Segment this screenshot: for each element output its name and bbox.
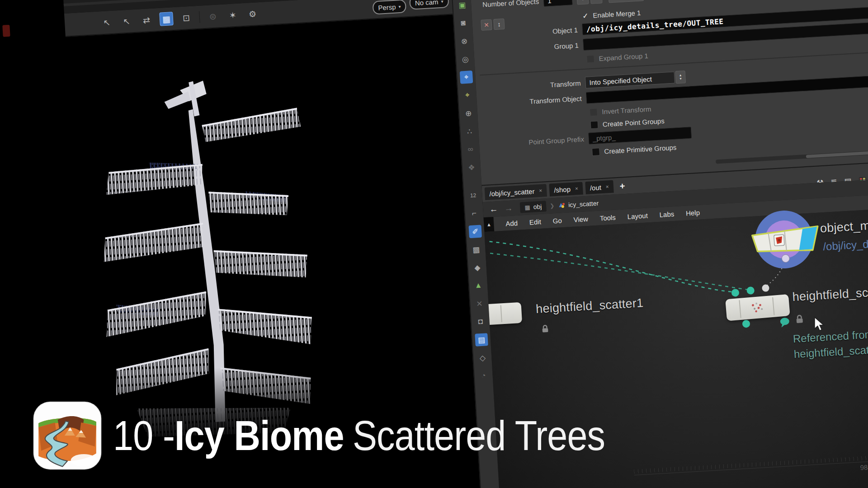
orbit-pin-icon[interactable]: ⊕ — [462, 107, 475, 120]
tab-out[interactable]: /out × — [585, 180, 614, 195]
menu-help[interactable]: Help — [686, 208, 700, 217]
breadcrumb-obj[interactable]: ▦ obj — [520, 201, 547, 213]
breadcrumb-separator: ❯ — [550, 202, 555, 209]
tab-obj-icy-scatter[interactable]: /obj/icy_scatter × — [485, 184, 547, 200]
ruler-icon[interactable]: ⌐ — [467, 207, 481, 221]
nav-back-icon[interactable]: ← — [489, 204, 498, 214]
tab-label: /shop — [554, 185, 571, 194]
clear-button[interactable]: Clear — [608, 0, 644, 3]
scroll-up-icon: ▲ — [486, 221, 492, 227]
invert-transform-checkbox[interactable] — [590, 108, 598, 116]
title-bold: Icy Biome — [175, 412, 344, 460]
brush-icon[interactable]: ✐ — [468, 225, 482, 239]
title-banner: 10 - Icy Biome Scattered Trees — [0, 389, 868, 488]
horizontal-scrollbar[interactable] — [716, 145, 868, 164]
alarm-icon[interactable]: ✶ — [226, 8, 240, 23]
view-pin-icon[interactable]: ⌖ — [460, 70, 473, 84]
menu-layout[interactable]: Layout — [627, 211, 648, 221]
lock-icon[interactable]: ◙ — [457, 16, 470, 30]
number-of-objects-label: Number of Objects — [471, 0, 544, 9]
mouse-cursor — [814, 316, 827, 332]
pin-outline-icon[interactable]: ◇ — [476, 351, 490, 365]
snap-disable-icon[interactable]: ⊗ — [458, 34, 471, 48]
persp-label: Persp — [378, 3, 396, 11]
transform-spinner[interactable]: ▴ ▾ — [675, 70, 686, 84]
enable-merge-label: Enable Merge 1 — [593, 9, 641, 19]
image-icon[interactable]: ▤ — [475, 333, 488, 347]
close-icon[interactable]: × — [575, 185, 579, 192]
tree-render — [90, 51, 319, 446]
overlay-disabled-icon[interactable]: ⊜ — [206, 9, 220, 23]
jack-icon[interactable]: ✕ — [473, 297, 486, 310]
settings-gear-icon[interactable]: ⚙ — [245, 7, 260, 21]
region-zoom-icon[interactable]: ⊡ — [179, 11, 193, 25]
chevron-down-icon: ▾ — [398, 4, 401, 9]
points-count-icon[interactable]: 12 — [467, 189, 480, 202]
title-rest: Scattered Trees — [353, 412, 605, 460]
terrain-logo — [33, 401, 102, 470]
menu-labs[interactable]: Labs — [659, 210, 674, 218]
comment-bubble-icon[interactable] — [779, 316, 791, 328]
snap-multi-icon[interactable]: ◎ — [458, 52, 472, 66]
close-icon[interactable]: × — [605, 183, 609, 190]
create-primitive-groups-checkbox[interactable] — [592, 148, 600, 156]
enable-merge-checkmark-icon[interactable]: ✓ — [582, 11, 589, 20]
menu-go[interactable]: Go — [552, 216, 562, 225]
tab-shop[interactable]: /shop × — [549, 182, 583, 197]
transform-dropdown[interactable]: Into Specified Object — [585, 71, 675, 88]
lock-icon — [794, 314, 805, 324]
add-object-button[interactable]: + — [576, 0, 589, 5]
transform-label: Transform — [476, 79, 586, 93]
menu-tools[interactable]: Tools — [599, 213, 616, 222]
object-merge-node[interactable] — [749, 224, 823, 256]
glasses-icon[interactable]: ∞ — [464, 143, 477, 156]
camera-box-icon[interactable]: ◘ — [474, 315, 487, 328]
nav-forward-icon[interactable]: → — [504, 203, 513, 213]
toolbar-divider — [199, 11, 200, 23]
tab-label: /out — [590, 183, 601, 192]
create-point-groups-label: Create Point Groups — [603, 117, 665, 128]
group1-label: Group 1 — [474, 41, 584, 55]
expand-group-label: Expand Group 1 — [599, 52, 648, 62]
remove-object-button[interactable]: − — [590, 0, 602, 4]
terrain-icon[interactable]: ▲ — [472, 279, 485, 292]
node-box-icon: ▦ — [524, 204, 530, 211]
breadcrumb-label: obj — [533, 203, 542, 211]
cursor-icon[interactable]: ↖ — [119, 14, 134, 28]
breadcrumb-icy-scatter[interactable]: icy_scatter — [558, 200, 599, 209]
expand-group-checkbox[interactable] — [586, 55, 594, 63]
chevron-down-icon: ▾ — [441, 0, 443, 4]
diamond-icon[interactable]: ◆ — [471, 261, 484, 274]
object-merge-path: /obj/icy_d — [823, 238, 868, 253]
close-icon[interactable]: × — [539, 188, 542, 194]
create-primitive-groups-label: Create Primitive Groups — [604, 143, 677, 155]
spinner-down-icon: ▾ — [679, 77, 681, 81]
menu-edit[interactable]: Edit — [529, 217, 541, 225]
object-merge-label: object_m — [820, 219, 868, 235]
texture-icon[interactable]: ▩ — [470, 243, 483, 256]
number-of-objects-field[interactable]: 1 — [543, 0, 572, 7]
viewport-layout-icon[interactable]: ▦ — [159, 12, 174, 26]
scroll-up-button[interactable]: ▲ — [483, 217, 494, 232]
menu-view[interactable]: View — [573, 215, 588, 223]
new-tab-button[interactable]: + — [619, 181, 625, 192]
transform-object-label: Transform Object — [477, 94, 587, 108]
invert-transform-label: Invert Transform — [602, 105, 651, 115]
menu-add[interactable]: Add — [505, 219, 518, 227]
title-number: 10 - — [113, 412, 175, 460]
clock-icon[interactable]: ◔ — [477, 369, 491, 383]
create-point-groups-checkbox[interactable] — [590, 121, 599, 129]
lock-icon — [540, 324, 550, 333]
breadcrumb-label: icy_scatter — [568, 200, 599, 209]
point-group-prefix-label: Point Group Prefix — [479, 135, 589, 149]
persp-view-button[interactable]: Persp ▾ — [373, 0, 407, 15]
point-snap-icon[interactable]: ⌖ — [461, 89, 474, 102]
scatter-node-icon — [558, 202, 566, 209]
select-arrow-icon[interactable]: ↖ — [99, 15, 114, 30]
grab-icon[interactable]: ❖ — [465, 161, 478, 174]
cam-label: No cam — [415, 0, 439, 7]
translate-icon[interactable]: ⇄ — [139, 13, 154, 28]
thumbnail-stage: ↖ ↖ ⇄ ▦ ⊡ ⊜ ✶ ⚙ Persp ▾ No cam ▾ — [0, 0, 868, 488]
layers-icon[interactable]: ▣ — [456, 0, 469, 12]
orbit-dots-icon[interactable]: ∴ — [463, 125, 476, 138]
